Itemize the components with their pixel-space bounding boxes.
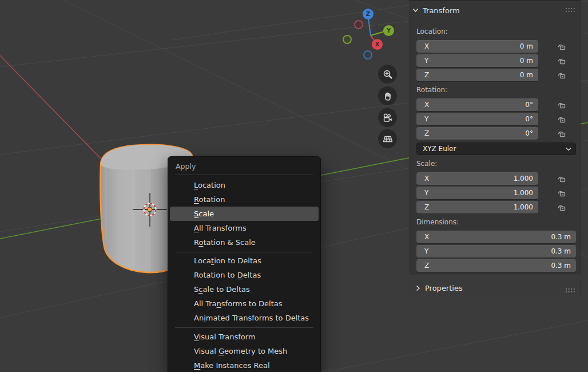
unlock-icon [557,56,566,65]
axis-label: X [416,233,429,241]
drag-grip-icon[interactable] [565,7,575,13]
field-value: 0° [525,129,538,137]
scale-y-field[interactable]: Y 1.000 [416,187,538,199]
unlock-icon [557,114,566,124]
unlock-icon [557,100,566,109]
field-value: 0° [525,101,538,109]
axis-label: X [416,175,429,183]
properties-panel-title: Properties [425,284,463,292]
menu-item-location-to-deltas[interactable]: Location to Deltas [170,254,319,268]
apply-menu-title: Apply [168,157,320,172]
transform-panel-title: Transform [423,6,460,15]
axis-label: Z [416,262,429,270]
menu-item-all-transforms-to-deltas[interactable]: All Transforms to Deltas [170,296,319,311]
chevron-down-icon [566,147,571,151]
rotation-z-field[interactable]: Z 0° [416,127,538,140]
gizmo-z-axis-handle[interactable]: Z [363,9,374,19]
camera-icon [382,113,393,123]
chevron-down-icon [412,8,419,13]
unlock-icon [557,129,566,138]
axis-label: X [416,42,429,50]
lock-rotation-x-button[interactable] [557,98,567,111]
axis-label: X [416,101,429,109]
lock-rotation-y-button[interactable] [557,113,567,125]
rotation-y-field[interactable]: Y 0° [416,113,538,125]
lock-location-x-button[interactable] [557,40,567,53]
menu-item-scale[interactable]: Scale [170,207,319,221]
rotation-section-label: Rotation: [416,86,447,94]
scale-x-field[interactable]: X 1.000 [416,172,538,185]
pan-button[interactable] [378,86,397,105]
axis-label: Y [416,247,428,255]
magnifier-plus-icon [383,69,393,80]
grid-perspective-button[interactable] [378,129,397,148]
chevron-right-icon [416,285,420,291]
drag-grip-icon[interactable] [565,288,575,293]
menu-item-location[interactable]: Location [170,178,319,192]
gizmo-x-axis-handle[interactable]: X [372,39,383,50]
axis-label: Y [416,189,428,197]
lock-location-y-button[interactable] [557,54,567,67]
lock-scale-z-button[interactable] [557,201,567,213]
unlock-icon [557,174,566,183]
menu-item-rotation[interactable]: Rotation [170,192,319,207]
gizmo-negative-y-handle[interactable] [343,35,352,44]
location-z-field[interactable]: Z 0 m [416,69,538,81]
apply-context-menu: Apply Location Rotation Scale All Transf… [168,156,321,372]
axis-label: Y [416,115,428,123]
unlock-icon [557,203,566,212]
properties-panel-header[interactable]: Properties [409,280,581,295]
rotation-mode-dropdown[interactable]: XYZ Euler [416,143,576,155]
location-x-field[interactable]: X 0 m [416,40,538,53]
x-axis-line [0,56,107,165]
unlock-icon [557,70,566,80]
field-value: 0.3 m [551,247,576,255]
field-value: 1.000 [514,189,538,197]
lock-location-z-button[interactable] [557,69,567,81]
camera-view-button[interactable] [378,108,397,127]
hand-icon [383,91,393,101]
dimensions-y-field[interactable]: Y 0.3 m [416,245,576,258]
transform-panel-header[interactable]: Transform [412,4,460,17]
unlock-icon [557,188,566,197]
lock-rotation-z-button[interactable] [557,127,567,140]
object-origin-dot [148,207,152,212]
navigation-gizmo[interactable]: Z Y X [337,6,400,63]
menu-item-rotation-and-scale[interactable]: Rotation & Scale [170,235,319,250]
menu-item-visual-geometry-to-mesh[interactable]: Visual Geometry to Mesh [170,344,319,358]
transform-panel: Transform Location: X 0 m Y 0 m Z 0 m Ro… [409,0,581,275]
zoom-button[interactable] [378,65,397,84]
grid-icon [382,134,394,144]
axis-label: Z [416,203,429,211]
scale-section-label: Scale: [416,160,437,168]
rotation-mode-value: XYZ Euler [423,145,456,153]
gizmo-y-axis-handle[interactable]: Y [383,25,394,36]
unlock-icon [557,42,566,51]
menu-item-visual-transform[interactable]: Visual Transform [170,330,319,344]
field-value: 0 m [520,71,538,79]
field-value: 0.3 m [551,233,576,241]
gizmo-negative-z-handle[interactable] [363,50,372,60]
menu-item-scale-to-deltas[interactable]: Scale to Deltas [170,282,319,296]
gizmo-negative-x-handle[interactable] [354,20,363,29]
menu-item-make-instances-real[interactable]: Make Instances Real [170,358,319,372]
lock-scale-y-button[interactable] [557,187,567,199]
rotation-x-field[interactable]: X 0° [416,98,538,111]
field-value: 0.3 m [551,262,576,270]
dimensions-z-field[interactable]: Z 0.3 m [416,259,576,272]
axis-label: Z [416,71,429,79]
menu-item-rotation-to-deltas[interactable]: Rotation to Deltas [170,268,319,282]
location-section-label: Location: [416,27,448,35]
dimensions-section-label: Dimensions: [416,218,459,226]
field-value: 0 m [520,57,538,65]
field-value: 0° [525,115,538,123]
axis-label: Y [416,57,428,65]
lock-scale-x-button[interactable] [557,172,567,185]
location-y-field[interactable]: Y 0 m [416,54,538,67]
field-value: 1.000 [514,203,538,211]
menu-item-all-transforms[interactable]: All Transforms [170,221,319,235]
menu-item-animated-transforms-to-deltas[interactable]: Animated Transforms to Deltas [170,311,319,325]
scale-z-field[interactable]: Z 1.000 [416,201,538,213]
axis-label: Z [416,129,429,137]
dimensions-x-field[interactable]: X 0.3 m [416,231,576,243]
